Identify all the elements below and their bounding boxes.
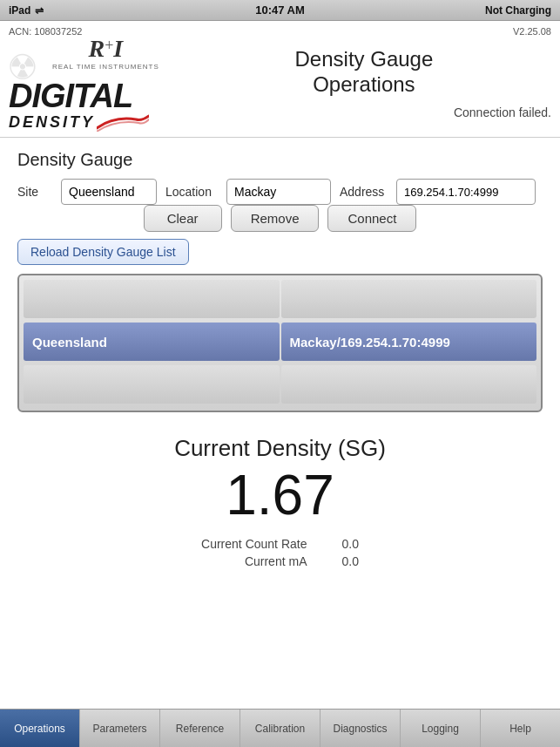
reload-row: Reload Density Gauge List [17,239,543,265]
reload-density-gauge-list-button[interactable]: Reload Density Gauge List [17,239,189,265]
rti-logo: R + I REAL time INSTRUMENTS [52,35,159,71]
status-left: iPad ⇌ [9,4,44,17]
location-label: Location [165,185,218,199]
app-title: Density Gauge Operations [177,47,551,98]
version-number: V2.25.08 [513,26,551,37]
count-rate-value: 0.0 [341,537,358,551]
dd-swoosh-icon [97,112,149,132]
dd-sub: DENSITY [9,113,95,132]
gauge-list-cell-site-text [24,280,280,318]
wifi-icon: ⇌ [35,4,44,17]
rti-plus: + [105,37,113,55]
gauge-list-cell-address [281,365,537,404]
count-rate-label: Current Count Rate [201,537,307,551]
connection-status: Connection failed. [177,105,551,119]
density-section: Current Density (SG) 1.67 Current Count … [17,426,543,581]
gauge-list-cell-site-text [24,365,280,404]
main-content: ACN: 108037252 V2.25.08 ☢ R + I REAL tim… [0,21,560,709]
tab-reference[interactable]: Reference [160,710,240,747]
tab-parameters[interactable]: Parameters [80,710,160,747]
logo-area: ☢ R + I REAL time INSTRUMENTS DIGITAL DE… [9,35,159,132]
app-title-line1: Density Gauge [295,47,434,71]
gauge-list-row[interactable] [23,279,537,319]
rti-tagline: REAL time INSTRUMENTS [52,63,159,71]
tab-operations[interactable]: Operations [0,710,80,747]
body-content: Density Gauge Site Location Address Clea… [0,138,560,593]
gauge-list-container: QueenslandMackay/169.254.1.70:4999 [17,274,543,412]
address-input[interactable] [396,179,536,205]
gauge-list-cell-address-text [281,280,537,318]
clear-button[interactable]: Clear [144,205,222,232]
density-gauge-section: Density Gauge Site Location Address Clea… [17,150,543,412]
header: ACN: 108037252 V2.25.08 ☢ R + I REAL tim… [0,21,560,138]
tab-calibration[interactable]: Calibration [240,710,320,747]
current-ma-value: 0.0 [341,554,358,568]
gauge-list-cell-site-text: Queensland [24,323,280,361]
app-title-line2: Operations [313,72,415,96]
rti-logo-text: R + I [89,35,124,63]
tab-help[interactable]: Help [481,710,560,747]
rti-i: I [113,35,123,63]
tab-bar: OperationsParametersReferenceCalibration… [0,709,560,747]
header-inner: ☢ R + I REAL time INSTRUMENTS DIGITAL DE… [9,35,551,132]
remove-button[interactable]: Remove [231,205,320,232]
gauge-list-row[interactable] [23,364,537,404]
acn-number: ACN: 108037252 [9,26,82,37]
stats-labels: Current Count Rate Current mA [201,537,307,572]
site-label: Site [17,185,52,199]
stats-row: Current Count Rate Current mA 0.0 0.0 [17,537,543,572]
status-bar: iPad ⇌ 10:47 AM Not Charging [0,0,560,21]
radiation-symbol-icon: ☢ [7,47,38,87]
app-title-area: Density Gauge Operations Connection fail… [159,47,551,120]
tab-logging[interactable]: Logging [401,710,481,747]
dd-bottom: DENSITY [9,112,149,132]
battery-status: Not Charging [485,4,551,17]
current-ma-label: Current mA [201,554,307,568]
section-title: Density Gauge [17,150,543,170]
tab-diagnostics[interactable]: Diagnostics [320,710,401,747]
site-row: Site Location Address [17,179,543,205]
site-input[interactable] [61,179,157,205]
stats-values: 0.0 0.0 [341,537,358,572]
device-label: iPad [9,4,30,17]
rti-r: R [89,35,105,63]
location-input[interactable] [226,179,331,205]
gauge-list-cell-site [24,365,280,404]
button-row: Clear Remove Connect [17,205,543,232]
digital-density-logo: DIGITAL DENSITY [9,79,149,132]
gauge-list-cell-site [24,280,280,318]
connect-button[interactable]: Connect [327,205,416,232]
current-density-title: Current Density (SG) [17,435,543,462]
address-label: Address [340,185,388,199]
gauge-list-row[interactable]: QueenslandMackay/169.254.1.70:4999 [23,322,537,362]
status-time: 10:47 AM [255,3,305,17]
gauge-list-cell-site: Queensland [24,323,280,361]
gauge-list-cell-address-text: Mackay/169.254.1.70:4999 [281,323,537,361]
gauge-list-cell-address: Mackay/169.254.1.70:4999 [281,323,537,361]
gauge-list-cell-address [281,280,537,318]
gauge-list-cell-address-text [281,365,537,404]
density-value: 1.67 [17,467,543,523]
